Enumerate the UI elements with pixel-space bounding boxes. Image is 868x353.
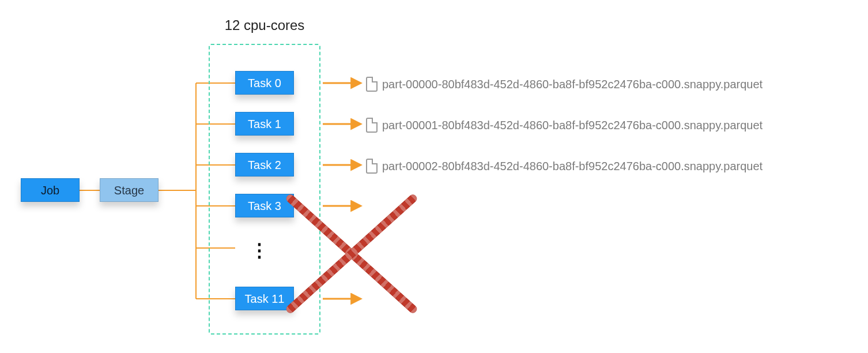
task-node-1: Task 1 [235, 112, 294, 136]
output-filename: part-00002-80bf483d-452d-4860-ba8f-bf952… [382, 160, 763, 173]
task-label: Task 1 [248, 118, 281, 130]
task-label: Task 2 [248, 159, 281, 171]
stage-label: Stage [114, 185, 144, 196]
output-filename: part-00000-80bf483d-452d-4860-ba8f-bf952… [382, 78, 763, 91]
stage-node: Stage [100, 178, 158, 202]
job-label: Job [41, 185, 59, 196]
connectors-layer [0, 0, 868, 353]
file-icon [366, 159, 378, 174]
task-node-2: Task 2 [235, 153, 294, 176]
output-filename: part-00001-80bf483d-452d-4860-ba8f-bf952… [382, 119, 763, 132]
file-icon [366, 118, 378, 133]
output-file-2: part-00002-80bf483d-452d-4860-ba8f-bf952… [366, 159, 763, 174]
task-label: Task 11 [245, 293, 285, 305]
task-node-0: Task 0 [235, 71, 294, 95]
cpu-cores-label: 12 cpu-cores [209, 17, 320, 33]
tasks-ellipsis: ⋮ [250, 239, 270, 261]
task-node-11: Task 11 [235, 287, 294, 310]
output-file-1: part-00001-80bf483d-452d-4860-ba8f-bf952… [366, 118, 763, 133]
task-label: Task 0 [248, 77, 281, 89]
output-file-0: part-00000-80bf483d-452d-4860-ba8f-bf952… [366, 77, 763, 92]
file-icon [366, 77, 378, 92]
task-node-3: Task 3 [235, 194, 294, 217]
job-node: Job [21, 178, 80, 202]
task-label: Task 3 [248, 200, 281, 212]
